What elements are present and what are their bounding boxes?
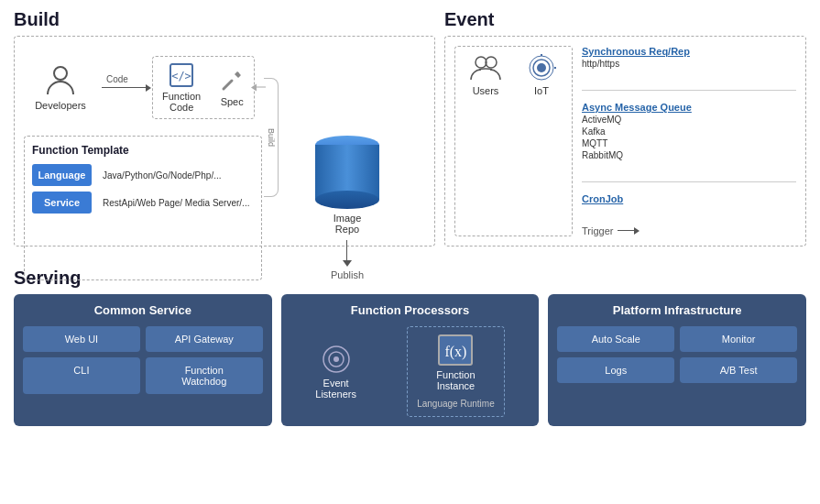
- top-row: Build Developers Code: [14, 9, 806, 257]
- svg-point-6: [537, 63, 546, 72]
- function-processors-box: Function Processors Event Listeners f(x): [281, 294, 540, 426]
- fx-symbol: f(x): [444, 344, 466, 359]
- developers-box: Developers: [24, 63, 97, 111]
- users-icon: [469, 54, 502, 82]
- language-key: Language: [32, 164, 92, 186]
- right-side-build: Image Repo Publish: [269, 136, 425, 280]
- spec-icon: [219, 68, 245, 93]
- async-item-1: Kafka: [582, 126, 796, 137]
- publish-arrow-down: [346, 240, 347, 262]
- function-code-icon: </>: [169, 62, 194, 88]
- event-listeners-box: Event Listeners: [315, 345, 356, 400]
- event-title: Event: [444, 9, 806, 30]
- function-processors-title: Function Processors: [290, 303, 530, 317]
- serving-boxes: Common Service Web UI API Gateway CLI Fu…: [14, 294, 806, 426]
- spec-label: Spec: [221, 96, 244, 107]
- iot-icon: [525, 54, 558, 82]
- event-listeners-icon: [322, 345, 351, 374]
- divider-1: [582, 90, 796, 91]
- language-runtime-label: Language Runtime: [417, 399, 495, 409]
- svg-text:</>: </>: [171, 70, 191, 82]
- publish-arrow-container: Publish: [331, 240, 364, 280]
- function-code-label: Function Code: [162, 91, 201, 113]
- users-box: Users: [469, 54, 502, 96]
- template-language-row: Language Java/Python/Go/Node/Php/...: [32, 164, 254, 186]
- event-right: Synchronous Req/Rep http/https Async Mes…: [582, 46, 796, 236]
- event-listeners-label: Event Listeners: [315, 378, 356, 400]
- common-service-item-2: CLI: [23, 357, 140, 394]
- sync-title: Synchronous Req/Rep: [582, 46, 796, 57]
- common-service-title: Common Service: [23, 303, 263, 317]
- platform-title: Platform Infrastructure: [557, 303, 797, 317]
- trigger-area: Trigger: [582, 225, 796, 236]
- platform-item-1: Monitor: [680, 326, 797, 352]
- async-block: Async Message Queue ActiveMQ Kafka MQTT …: [582, 102, 796, 162]
- cylinder-bottom: [315, 191, 379, 209]
- async-item-3: RabbitMQ: [582, 150, 796, 160]
- users-label: Users: [473, 85, 499, 96]
- function-instance-box: f(x) Function Instance Language Runtime: [407, 326, 505, 417]
- svg-point-5: [486, 57, 497, 68]
- service-key: Service: [32, 192, 92, 214]
- person-icon: [44, 63, 77, 96]
- function-instance-label: Function Instance: [436, 369, 475, 391]
- iot-box: IoT: [525, 54, 558, 96]
- function-code-box: </> Function Code: [162, 62, 201, 113]
- common-service-item-3: Function Watchdog: [146, 357, 263, 394]
- event-icons-row: Users IoT: [469, 54, 558, 96]
- build-outer-box: Developers Code </>: [14, 36, 435, 247]
- publish-label: Publish: [331, 269, 364, 280]
- platform-grid: Auto Scale Monitor Logs A/B Test: [557, 326, 797, 383]
- async-item-2: MQTT: [582, 138, 796, 148]
- language-val: Java/Python/Go/Node/Php/...: [99, 164, 222, 186]
- pipe-left-arrow: [255, 87, 266, 88]
- cron-block: CronJob: [582, 193, 796, 206]
- svg-point-13: [333, 356, 339, 362]
- trigger-label: Trigger: [582, 225, 613, 236]
- code-arrow-container: Code: [102, 87, 148, 88]
- build-pipe-area: Function Template Language Java/Python/G…: [24, 136, 425, 280]
- image-repo-label: Image Repo: [333, 213, 362, 235]
- pipe-arrow-head: [251, 84, 257, 92]
- spec-box: Spec: [219, 68, 245, 107]
- common-service-box: Common Service Web UI API Gateway CLI Fu…: [14, 294, 272, 426]
- cron-title: CronJob: [582, 193, 796, 204]
- build-section: Build Developers Code: [14, 9, 435, 257]
- svg-line-3: [224, 81, 232, 89]
- main-container: Build Developers Code: [0, 0, 820, 504]
- template-service-row: Service RestApi/Web Page/ Media Server/.…: [32, 192, 254, 214]
- service-val: RestApi/Web Page/ Media Server/...: [99, 192, 249, 214]
- image-repo-cylinder: [315, 136, 379, 209]
- template-title: Function Template: [32, 144, 254, 157]
- function-template-box: Function Template Language Java/Python/G…: [24, 136, 262, 280]
- platform-item-0: Auto Scale: [557, 326, 674, 352]
- developers-label: Developers: [35, 100, 86, 111]
- func-spec-box: </> Function Code Spec: [152, 56, 255, 119]
- sync-sub: http/https: [582, 59, 796, 69]
- fx-icon: f(x): [438, 334, 473, 366]
- code-arrow-line: [102, 87, 148, 88]
- event-section: Event Users: [444, 9, 806, 257]
- platform-box: Platform Infrastructure Auto Scale Monit…: [548, 294, 806, 426]
- common-service-item-1: API Gateway: [146, 326, 263, 352]
- svg-point-0: [54, 67, 67, 80]
- async-title: Async Message Queue: [582, 102, 796, 113]
- sync-block: Synchronous Req/Rep http/https: [582, 46, 796, 71]
- common-service-item-0: Web UI: [23, 326, 140, 352]
- platform-item-3: A/B Test: [680, 357, 797, 383]
- code-arrow-label: Code: [106, 74, 128, 84]
- svg-point-4: [476, 57, 487, 68]
- serving-section: Serving Common Service Web UI API Gatewa…: [14, 268, 806, 426]
- iot-label: IoT: [534, 85, 549, 96]
- common-service-grid: Web UI API Gateway CLI Function Watchdog: [23, 326, 263, 394]
- event-left-box: Users IoT: [454, 46, 573, 236]
- platform-item-2: Logs: [557, 357, 674, 383]
- divider-2: [582, 181, 796, 182]
- trigger-arrow: [618, 230, 636, 231]
- build-title: Build: [14, 9, 435, 30]
- build-top-row: Developers Code </>: [24, 46, 425, 128]
- async-item-0: ActiveMQ: [582, 115, 796, 125]
- image-repo-box: Image Repo: [315, 136, 379, 235]
- event-outer-box: Users IoT: [444, 36, 806, 247]
- func-proc-content: Event Listeners f(x) Function Instance L…: [290, 326, 530, 417]
